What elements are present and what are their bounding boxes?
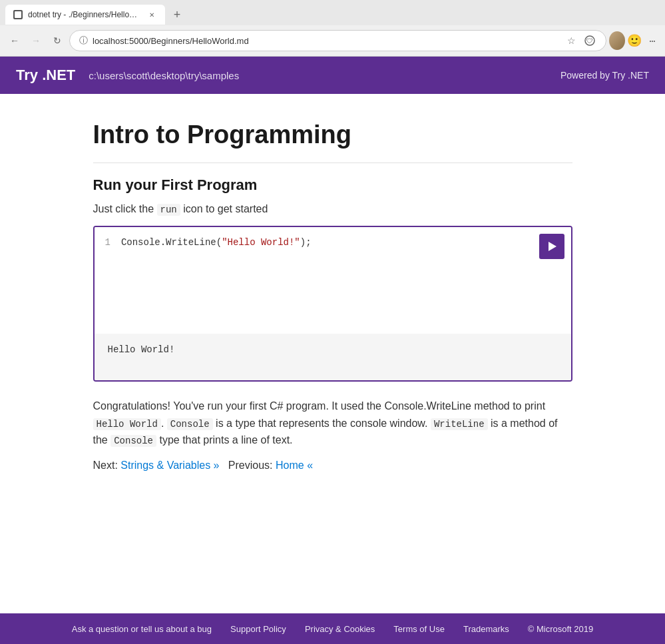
- profile-button[interactable]: [609, 33, 625, 49]
- tab-close-button[interactable]: ✕: [146, 9, 157, 20]
- code-closing: );: [300, 237, 312, 248]
- section-divider: [93, 162, 572, 163]
- browser-chrome: dotnet try - ./Beginners/HelloWo... ✕ + …: [0, 0, 665, 57]
- description-paragraph: Congratulations! You've run your first C…: [93, 398, 572, 449]
- footer-copyright: © Microsoft 2019: [528, 624, 593, 634]
- forward-icon: →: [31, 35, 41, 46]
- intro-paragraph: Just click the run icon to get started: [93, 203, 572, 215]
- footer-link-bug[interactable]: Ask a question or tell us about a bug: [72, 624, 212, 634]
- page-title: Intro to Programming: [93, 121, 572, 149]
- extension-icon[interactable]: 🛡: [582, 33, 598, 49]
- next-link[interactable]: Strings & Variables »: [120, 460, 219, 471]
- back-icon: ←: [10, 35, 19, 46]
- info-icon: ⓘ: [78, 35, 89, 46]
- star-icon[interactable]: ☆: [563, 33, 579, 49]
- tab-favicon: [13, 10, 23, 19]
- new-tab-button[interactable]: +: [168, 5, 186, 24]
- code-output: Hello World!: [95, 334, 571, 380]
- section-heading: Run your First Program: [93, 176, 572, 194]
- footer-link-trademarks[interactable]: Trademarks: [463, 624, 509, 634]
- prev-link[interactable]: Home «: [276, 460, 313, 471]
- run-button[interactable]: [539, 234, 564, 259]
- line-numbers: 1: [95, 235, 121, 250]
- powered-by-text: Powered by Try .NET: [560, 70, 649, 81]
- nav-bar: ← → ↻ ⓘ localhost:5000/Beginners/HelloWo…: [0, 25, 665, 56]
- footer-link-privacy[interactable]: Privacy & Cookies: [305, 624, 375, 634]
- avatar: [609, 31, 625, 50]
- code-editor-top: 1 Console.WriteLine("Hello World!");: [95, 227, 571, 334]
- app-header: Try .NET c:\users\scott\desktop\try\samp…: [0, 57, 665, 94]
- svg-rect-0: [15, 11, 21, 18]
- content-inner: Intro to Programming Run your First Prog…: [80, 94, 586, 511]
- tab-title: dotnet try - ./Beginners/HelloWo...: [28, 10, 141, 19]
- prev-label: Previous:: [228, 460, 273, 471]
- code-method-text: Console.WriteLine(: [121, 237, 222, 248]
- nav-right-controls: 🙂 ···: [609, 33, 660, 49]
- intro-prefix: Just click the: [93, 203, 154, 214]
- forward-button[interactable]: →: [27, 31, 45, 50]
- svg-text:🛡: 🛡: [586, 37, 593, 45]
- code-editor[interactable]: 1 Console.WriteLine("Hello World!"); Hel…: [93, 226, 572, 382]
- url-text: localhost:5000/Beginners/HelloWorld.md: [93, 36, 559, 46]
- code-string-text: "Hello World!": [222, 237, 300, 248]
- next-prev-nav: Next: Strings & Variables » Previous: Ho…: [93, 460, 572, 472]
- tab-bar: dotnet try - ./Beginners/HelloWo... ✕ +: [0, 0, 665, 25]
- refresh-button[interactable]: ↻: [48, 31, 67, 50]
- app-logo: Try .NET: [16, 67, 75, 84]
- intro-suffix: icon to get started: [183, 203, 268, 214]
- inline-hello-world: Hello World: [93, 418, 161, 430]
- inline-console2: Console: [111, 435, 156, 447]
- content-area[interactable]: Intro to Programming Run your First Prog…: [0, 94, 665, 613]
- output-text: Hello World!: [108, 344, 175, 355]
- footer-link-support[interactable]: Support Policy: [230, 624, 286, 634]
- next-label: Next:: [93, 460, 118, 471]
- line-number-1: 1: [105, 237, 111, 248]
- footer-link-terms[interactable]: Terms of Use: [393, 624, 445, 634]
- refresh-icon: ↻: [53, 35, 61, 46]
- address-bar[interactable]: ⓘ localhost:5000/Beginners/HelloWorld.md…: [69, 30, 606, 51]
- app-path: c:\users\scott\desktop\try\samples: [89, 70, 560, 81]
- code-content[interactable]: Console.WriteLine("Hello World!");: [121, 235, 571, 250]
- active-tab[interactable]: dotnet try - ./Beginners/HelloWo... ✕: [5, 5, 165, 25]
- emoji-button[interactable]: 🙂: [626, 33, 642, 49]
- address-right-icons: ☆ 🛡: [563, 33, 598, 49]
- play-icon: [549, 242, 556, 251]
- settings-button[interactable]: ···: [644, 33, 660, 49]
- back-button[interactable]: ←: [5, 31, 24, 50]
- inline-writeline: WriteLine: [431, 418, 488, 430]
- inline-console: Console: [167, 418, 213, 430]
- run-code-inline: run: [157, 204, 180, 216]
- footer: Ask a question or tell us about a bug Su…: [0, 613, 665, 644]
